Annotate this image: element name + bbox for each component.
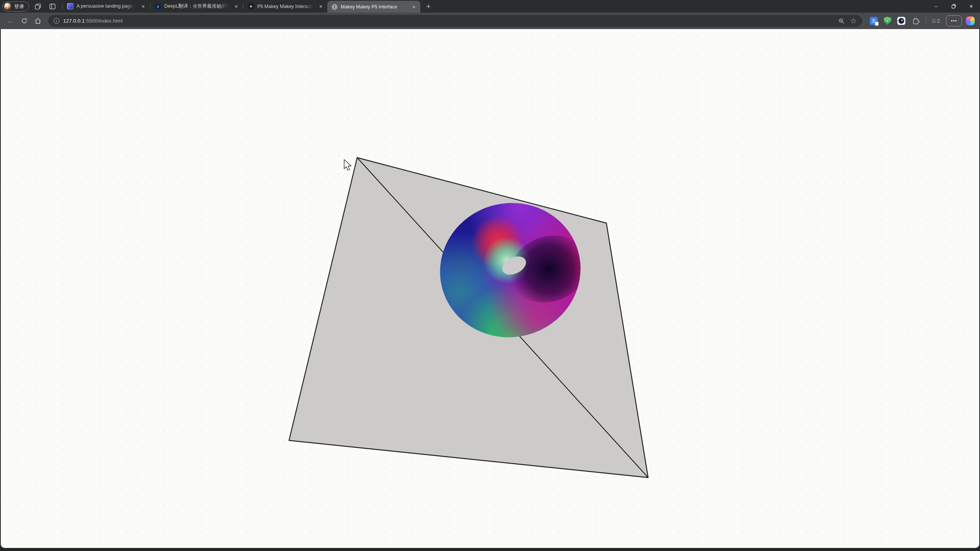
deepl-favicon-icon: › xyxy=(155,3,161,10)
favorites-button[interactable]: ☆ xyxy=(929,17,942,25)
favorites-star-icon: ☆ xyxy=(931,17,937,25)
tab-makey-p5-active[interactable]: Makey Makey P5 Interface × xyxy=(327,1,420,13)
close-tab-icon[interactable]: × xyxy=(317,3,324,10)
mouse-cursor xyxy=(344,160,351,170)
profile-label: 登录 xyxy=(14,3,24,10)
favorite-star-icon[interactable]: ☆ xyxy=(850,17,857,24)
copilot-icon[interactable] xyxy=(966,16,975,25)
translate-extension-icon[interactable]: 文 xyxy=(870,17,878,25)
close-tab-icon[interactable]: × xyxy=(140,3,147,10)
p5-webgl-canvas[interactable] xyxy=(1,29,979,548)
browser-titlebar: 登录 A persuasive landing page-演示文 × › Dee… xyxy=(0,0,980,13)
globe-favicon-icon xyxy=(331,3,338,10)
url-host: 127.0.0.1 xyxy=(63,18,85,24)
back-button[interactable]: ← xyxy=(4,15,17,27)
extension-logo xyxy=(898,18,904,24)
restore-icon xyxy=(951,4,956,9)
toolbar-divider xyxy=(926,17,926,25)
reload-button[interactable] xyxy=(18,15,31,27)
p5-favicon-icon: * xyxy=(248,3,254,10)
dark-circle-extension-icon[interactable] xyxy=(897,17,905,25)
extensions-puzzle-icon[interactable] xyxy=(911,17,920,25)
profile-button[interactable]: 登录 xyxy=(2,2,29,11)
tab-title: Makey Makey P5 Interface xyxy=(341,4,407,10)
minimize-button[interactable]: – xyxy=(927,0,945,13)
url-text: 127.0.0.1:5500/index.html xyxy=(63,18,122,24)
tab-title: DeepL翻译：全世界最准确的翻译 xyxy=(164,3,230,10)
tab-title: A persuasive landing page-演示文 xyxy=(77,3,137,10)
extensions-area: 文 ✓ xyxy=(866,17,924,25)
reload-icon xyxy=(21,17,28,24)
browser-toolbar: ← i 127.0.0.1:5500/index.html xyxy=(0,13,980,29)
address-bar[interactable]: i 127.0.0.1:5500/index.html ☆ xyxy=(48,15,862,27)
tab-actions-icon xyxy=(48,2,57,11)
tab-separator xyxy=(62,3,63,9)
close-window-button[interactable]: × xyxy=(962,0,980,13)
workspaces-button[interactable] xyxy=(32,1,44,12)
home-button[interactable] xyxy=(31,15,44,27)
tab-p5-makey[interactable]: * P5 Makey Makey Interaction × xyxy=(244,0,327,13)
web-content xyxy=(1,29,979,548)
tab-list: A persuasive landing page-演示文 × › DeepL翻… xyxy=(62,0,434,13)
tab-deepl[interactable]: › DeepL翻译：全世界最准确的翻译 × xyxy=(151,0,243,13)
window-controls: – × xyxy=(927,0,980,13)
close-tab-icon[interactable]: × xyxy=(233,3,240,10)
back-arrow-icon: ← xyxy=(7,17,14,25)
tab-separator xyxy=(243,3,243,9)
settings-and-more-button[interactable]: ••• xyxy=(946,15,962,26)
adblock-shield-extension-icon[interactable]: ✓ xyxy=(884,17,891,25)
workspaces-icon xyxy=(34,2,42,11)
tab-landing-page[interactable]: A persuasive landing page-演示文 × xyxy=(63,0,150,13)
url-path: :5500/index.html xyxy=(85,18,122,24)
landing-page-favicon-icon xyxy=(67,3,74,10)
address-bar-actions: ☆ xyxy=(838,17,857,24)
zoom-icon[interactable] xyxy=(838,18,845,24)
new-tab-button[interactable]: + xyxy=(423,1,434,12)
favorites-list-icon xyxy=(937,19,940,23)
home-icon xyxy=(34,17,42,25)
restore-button[interactable] xyxy=(945,0,962,13)
site-info-icon[interactable]: i xyxy=(54,18,59,24)
tab-title: P5 Makey Makey Interaction xyxy=(257,4,314,9)
avatar xyxy=(4,3,11,10)
close-tab-icon[interactable]: × xyxy=(410,3,417,10)
tab-separator xyxy=(150,3,150,9)
tab-actions-button[interactable] xyxy=(47,1,58,12)
